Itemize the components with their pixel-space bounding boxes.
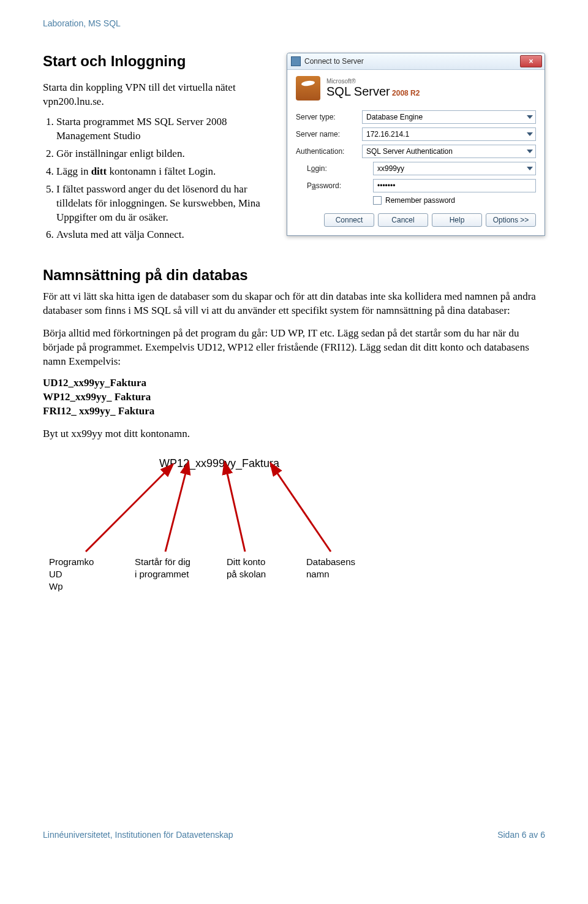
example-line: UD12_xx99yy_Faktura xyxy=(43,376,545,390)
password-input[interactable]: ••••••• xyxy=(373,179,536,192)
footer-right: Sidan 6 av 6 xyxy=(497,830,545,840)
diagram-label: UD xyxy=(49,569,62,579)
document-header: Laboration, MS SQL xyxy=(43,18,545,28)
server-type-select[interactable]: Database Engine xyxy=(362,110,536,124)
dialog-logo: Microsoft® SQL Server 2008 R2 xyxy=(287,70,545,107)
diagram-label: namn xyxy=(306,569,330,579)
list-item: Avsluta med att välja Connect. xyxy=(56,228,272,242)
logo-version: 2008 R2 xyxy=(392,89,420,97)
swap-note: Byt ut xx99yy mot ditt kontonamn. xyxy=(43,427,545,441)
dialog-title: Connect to Server xyxy=(304,57,520,66)
dialog-titlebar: Connect to Server × xyxy=(287,53,545,70)
instruction-list: Starta programmet MS SQL Server 2008 Man… xyxy=(43,115,272,243)
cancel-button[interactable]: Cancel xyxy=(378,213,428,227)
diagram-label: Programko xyxy=(49,556,94,567)
logo-microsoft: Microsoft® xyxy=(326,78,420,85)
remember-password-checkbox[interactable] xyxy=(373,196,382,205)
intro-text: Starta din koppling VPN till det virtuel… xyxy=(43,81,272,109)
section-title-naming: Namnsättning på din databas xyxy=(43,267,545,284)
authentication-select[interactable]: SQL Server Authentication xyxy=(362,145,536,158)
svg-line-3 xyxy=(276,471,331,552)
list-item: Gör inställningar enligt bilden. xyxy=(56,147,272,161)
svg-line-0 xyxy=(86,471,167,552)
naming-paragraph-2: Börja alltid med förkortningen på det pr… xyxy=(43,327,545,369)
dialog-icon xyxy=(291,56,301,66)
diagram-label: i programmet xyxy=(135,569,189,579)
diagram-label: Wp xyxy=(49,581,63,591)
connect-button[interactable]: Connect xyxy=(324,213,374,227)
list-item: Starta programmet MS SQL Server 2008 Man… xyxy=(56,115,272,143)
help-button[interactable]: Help xyxy=(432,213,482,227)
login-input[interactable]: xx999yy xyxy=(373,162,536,175)
arrow-lines-icon xyxy=(49,454,478,607)
naming-paragraph-1: För att vi lätt ska hitta igen de databa… xyxy=(43,290,545,318)
list-item: I fältet password anger du det lösenord … xyxy=(56,183,272,225)
server-name-select[interactable]: 172.16.214.1 xyxy=(362,127,536,141)
remember-password-label: Remember password xyxy=(385,196,455,205)
chevron-down-icon xyxy=(527,132,533,136)
diagram-label: Startår för dig xyxy=(135,556,190,567)
options-button[interactable]: Options >> xyxy=(486,213,536,227)
close-button[interactable]: × xyxy=(520,55,542,67)
chevron-down-icon xyxy=(527,150,533,153)
logo-sqlserver: SQL Server xyxy=(326,85,390,98)
list-item: Lägg in ditt kontonamn i fältet Login. xyxy=(56,165,272,179)
diagram-label: Databasens xyxy=(306,556,355,567)
label-server-name: Server name: xyxy=(296,130,362,139)
diagram-label: Ditt konto xyxy=(227,556,265,567)
section-title-start: Start och Inloggning xyxy=(43,53,272,70)
example-line: WP12_xx99yy_ Faktura xyxy=(43,390,545,405)
svg-line-1 xyxy=(165,471,186,552)
label-authentication: Authentication: xyxy=(296,147,362,156)
chevron-down-icon xyxy=(527,167,533,170)
example-line: FRI12_ xx99yy_ Faktura xyxy=(43,405,545,419)
label-login: Login: xyxy=(296,164,373,173)
chevron-down-icon xyxy=(527,115,533,119)
label-server-type: Server type: xyxy=(296,113,362,121)
diagram-label: på skolan xyxy=(227,569,266,579)
page-footer: Linnéuniversitetet, Institutionen för Da… xyxy=(43,830,545,840)
connect-to-server-dialog: Connect to Server × Microsoft® SQL Serve… xyxy=(287,53,545,236)
naming-diagram: WP12_xx999yy_Faktura Programko UD Wp Sta… xyxy=(49,454,478,607)
footer-left: Linnéuniversitetet, Institutionen för Da… xyxy=(43,830,233,840)
svg-line-2 xyxy=(227,471,245,552)
label-password: Password: xyxy=(296,181,373,190)
sql-server-icon xyxy=(296,76,320,101)
